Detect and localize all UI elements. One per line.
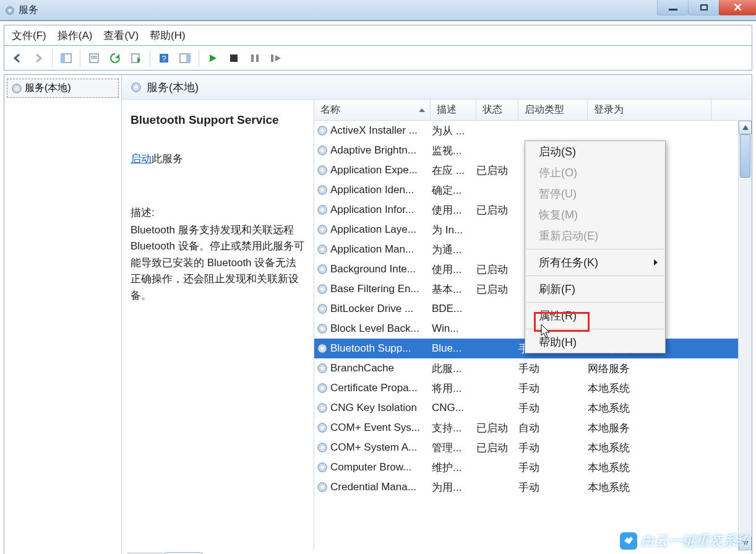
service-row[interactable]: Credential Mana...为用...手动本地系统 <box>314 477 752 497</box>
svg-point-17 <box>15 87 18 90</box>
cell-name: Computer Brow... <box>314 461 431 474</box>
nav-forward-button[interactable] <box>29 49 48 67</box>
ctx-refresh[interactable]: 刷新(F) <box>525 279 665 300</box>
col-status[interactable]: 状态 <box>476 100 518 120</box>
content-header-title: 服务(本地) <box>147 80 199 95</box>
description-label: 描述: <box>131 205 305 221</box>
svg-point-37 <box>320 287 324 290</box>
content-header: 服务(本地) <box>122 75 752 100</box>
ctx-start[interactable]: 启动(S) <box>525 141 665 162</box>
detail-pane: Bluetooth Support Service 启动此服务 描述: Blue… <box>122 100 314 550</box>
pause-service-button[interactable] <box>246 49 264 67</box>
gear-icon <box>131 82 142 93</box>
properties-button[interactable] <box>85 49 103 67</box>
menu-file[interactable]: 文件(F) <box>12 28 46 43</box>
svg-point-1 <box>9 9 12 12</box>
ctx-restart: 重新启动(E) <box>525 225 665 246</box>
refresh-button[interactable] <box>106 49 124 67</box>
service-row[interactable]: Computer Brow...维护...手动本地系统 <box>314 457 752 477</box>
cell-status: 已启动 <box>476 421 518 435</box>
service-row[interactable]: Certificate Propa...将用...手动本地系统 <box>314 378 752 398</box>
service-row[interactable]: COM+ System A...管理...已启动手动本地系统 <box>314 438 752 457</box>
stop-service-button[interactable] <box>225 49 243 67</box>
scroll-down-button[interactable] <box>739 537 752 550</box>
cell-desc: 基本... <box>431 282 476 296</box>
export-list-button[interactable] <box>127 49 145 67</box>
cell-startup: 手动 <box>518 381 588 396</box>
cell-startup: 手动 <box>518 441 588 455</box>
tree-root-services-local[interactable]: 服务(本地) <box>7 79 119 98</box>
col-startup[interactable]: 启动类型 <box>518 100 588 120</box>
cell-status: 已启动 <box>476 203 518 217</box>
svg-rect-3 <box>61 54 65 63</box>
minimize-button[interactable] <box>657 0 688 15</box>
svg-point-35 <box>320 267 324 271</box>
service-row[interactable]: ActiveX Installer ...为从 ... <box>314 121 752 141</box>
start-service-link[interactable]: 启动 <box>131 153 152 165</box>
gear-icon <box>317 125 328 136</box>
cell-desc: 将用... <box>431 381 476 396</box>
svg-point-51 <box>320 426 324 429</box>
cell-desc: BDE... <box>431 303 476 315</box>
cell-name: Background Inte... <box>314 263 431 275</box>
svg-point-57 <box>320 485 324 488</box>
cell-startup: 手动 <box>518 461 588 475</box>
gear-icon <box>317 482 328 493</box>
gear-icon <box>317 303 328 314</box>
vertical-scrollbar[interactable] <box>738 121 752 550</box>
ctx-all-tasks[interactable]: 所有任务(K) <box>525 252 665 273</box>
cell-name: BranchCache <box>314 362 431 374</box>
menu-view[interactable]: 查看(V) <box>103 28 139 43</box>
cell-logon: 本地系统 <box>588 480 711 495</box>
svg-point-43 <box>320 347 324 350</box>
col-logon[interactable]: 登录为 <box>588 100 711 120</box>
col-name[interactable]: 名称 <box>314 100 431 120</box>
maximize-button[interactable] <box>688 0 719 15</box>
column-headers: 名称 描述 状态 启动类型 登录为 <box>314 100 752 121</box>
cell-desc: 为通... <box>431 243 476 257</box>
gear-icon <box>11 83 22 94</box>
restart-service-button[interactable] <box>267 49 285 67</box>
svg-point-47 <box>320 386 324 389</box>
svg-rect-15 <box>271 54 273 62</box>
gear-icon <box>317 145 328 156</box>
cell-desc: 在应 ... <box>431 163 476 178</box>
close-button[interactable]: ✕ <box>719 0 756 15</box>
ctx-help[interactable]: 帮助(H) <box>525 332 665 353</box>
action-pane-button[interactable] <box>176 49 194 67</box>
menu-action[interactable]: 操作(A) <box>58 28 93 43</box>
scroll-up-button[interactable] <box>739 121 752 134</box>
svg-point-53 <box>320 446 324 449</box>
ctx-properties[interactable]: 属性(R) <box>525 305 665 326</box>
cell-desc: 使用... <box>431 262 476 277</box>
gear-icon <box>317 402 328 413</box>
cell-logon: 网络服务 <box>588 361 711 376</box>
cell-name: Certificate Propa... <box>314 382 431 394</box>
cell-name: Application Man... <box>314 243 431 256</box>
help-button[interactable]: ? <box>155 49 173 67</box>
gear-icon <box>317 283 328 295</box>
service-row[interactable]: COM+ Event Sys...支持...已启动自动本地服务 <box>314 418 752 438</box>
cell-desc: 为 In... <box>431 223 476 237</box>
cell-name: Application Infor... <box>314 204 431 216</box>
cell-startup: 自动 <box>518 421 588 435</box>
svg-point-49 <box>320 406 324 409</box>
ctx-pause: 暂停(U) <box>525 183 665 204</box>
cell-name: Application Laye... <box>314 223 431 236</box>
service-row[interactable]: BranchCache此服...手动网络服务 <box>314 358 752 378</box>
menu-help[interactable]: 帮助(H) <box>150 28 186 43</box>
cell-startup: 手动 <box>518 361 588 376</box>
cell-name: Credential Mana... <box>314 481 431 493</box>
nav-back-button[interactable] <box>8 49 27 67</box>
service-row[interactable]: CNG Key IsolationCNG...手动本地系统 <box>314 398 752 418</box>
svg-rect-14 <box>256 54 259 62</box>
gear-icon <box>317 442 328 453</box>
cell-desc: 使用... <box>431 203 476 217</box>
svg-point-45 <box>320 366 324 370</box>
services-rows: ActiveX Installer ...为从 ...Adaptive Brig… <box>314 121 752 550</box>
scroll-thumb[interactable] <box>740 134 750 178</box>
gear-icon <box>317 422 328 433</box>
show-hide-tree-button[interactable] <box>57 49 75 67</box>
start-service-button[interactable] <box>204 49 222 67</box>
col-desc[interactable]: 描述 <box>431 100 476 120</box>
